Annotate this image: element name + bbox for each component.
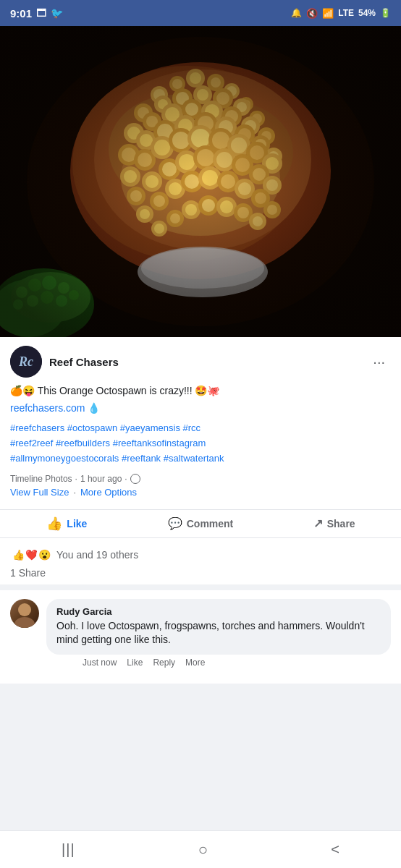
comment-bubble: Rudy Garcia Ooh. I love Octospawn, frogs… bbox=[46, 599, 391, 655]
svg-point-152 bbox=[14, 617, 35, 628]
comment-item: Rudy Garcia Ooh. I love Octospawn, frogs… bbox=[10, 599, 391, 668]
separator-dot2: · bbox=[124, 474, 127, 484]
hashtag-reefbuilders[interactable]: #reefbuilders bbox=[56, 438, 110, 448]
action-bar: 👍 Like 💬 Comment ↗ Share bbox=[0, 509, 401, 538]
wifi-icon: 📶 bbox=[322, 8, 334, 19]
comment-icon: 💬 bbox=[168, 518, 182, 529]
comment-timestamp: Just now bbox=[83, 658, 117, 668]
post-meta: Reef Chasers bbox=[49, 356, 360, 368]
svg-rect-150 bbox=[0, 26, 401, 337]
more-options-header[interactable]: ··· bbox=[367, 351, 391, 373]
post-hashtags: #reefchasers #octospawn #yaeyamensis #rc… bbox=[10, 421, 391, 466]
commenter-avatar[interactable] bbox=[10, 599, 39, 628]
post-header: Rc Reef Chasers ··· bbox=[0, 337, 401, 383]
reactions-row: 👍 ❤️ 😮 You and 19 others bbox=[0, 542, 401, 566]
share-icon: ↗ bbox=[313, 518, 323, 529]
svg-point-151 bbox=[18, 603, 31, 616]
comment-author[interactable]: Rudy Garcia bbox=[56, 606, 381, 617]
post-content: 🍊😝 This Orange Octospawn is crazy!!! 🤩🐙 … bbox=[0, 383, 401, 505]
reaction-emojis: 👍 ❤️ 😮 bbox=[10, 547, 52, 563]
share-button[interactable]: ↗ Share bbox=[267, 511, 401, 536]
like-button[interactable]: 👍 Like bbox=[0, 511, 134, 536]
post-source: Timeline Photos · 1 hour ago · bbox=[10, 474, 391, 484]
hashtag-octospawn[interactable]: #octospawn bbox=[67, 422, 117, 433]
globe-icon bbox=[130, 474, 140, 484]
post-link[interactable]: reefchasers.com 💧 bbox=[10, 402, 391, 414]
meta-separator: · bbox=[73, 487, 76, 498]
reactions-count-text: You and 19 others bbox=[56, 549, 138, 561]
comment-like-button[interactable]: Like bbox=[127, 658, 143, 668]
comment-section: Rudy Garcia Ooh. I love Octospawn, frogs… bbox=[0, 590, 401, 684]
hashtag-saltwatertank[interactable]: #saltwatertank bbox=[164, 453, 224, 464]
post-card: Rc Reef Chasers ··· 🍊😝 This Orange Octos… bbox=[0, 337, 401, 584]
nav-back-icon[interactable]: < bbox=[331, 841, 339, 858]
nav-home-icon[interactable]: ○ bbox=[198, 841, 208, 859]
comment-text: Ooh. I love Octospawn, frogspawns, torch… bbox=[56, 619, 381, 647]
comment-actions: Just now Like Reply More bbox=[46, 658, 391, 668]
twitter-icon: 🐦 bbox=[51, 7, 63, 19]
bottom-nav: ||| ○ < bbox=[0, 830, 401, 868]
hashtag-reeftank[interactable]: #reeftank bbox=[122, 453, 161, 464]
shares-count: 1 Share bbox=[10, 567, 46, 579]
hashtag-allmymoney[interactable]: #allmymoneygoestocorals bbox=[10, 453, 119, 464]
view-full-size-link[interactable]: View Full Size bbox=[10, 487, 69, 498]
share-label: Share bbox=[327, 518, 355, 529]
poster-avatar[interactable]: Rc bbox=[10, 346, 42, 378]
shares-row: 1 Share bbox=[0, 566, 401, 584]
comment-reply-button[interactable]: Reply bbox=[153, 658, 175, 668]
status-bar: 9:01 🗔 🐦 🔔 🔇 📶 LTE 54% 🔋 bbox=[0, 0, 401, 26]
signal-icon: LTE bbox=[338, 8, 354, 18]
post-text: 🍊😝 This Orange Octospawn is crazy!!! 🤩🐙 bbox=[10, 383, 391, 398]
alarm-icon: 🔔 bbox=[291, 8, 302, 18]
reactions-count[interactable]: You and 19 others bbox=[56, 549, 138, 561]
like-icon: 👍 bbox=[46, 517, 62, 530]
hero-image bbox=[0, 26, 401, 337]
hashtag-rcc[interactable]: #rcc bbox=[183, 422, 201, 433]
hashtag-reef2reef[interactable]: #reef2reef bbox=[10, 438, 53, 448]
separator-dot: · bbox=[75, 474, 77, 484]
like-label: Like bbox=[67, 518, 87, 529]
nav-menu-icon[interactable]: ||| bbox=[62, 841, 75, 858]
battery-text: 54% bbox=[358, 8, 376, 18]
post-actions-meta: View Full Size · More Options bbox=[10, 487, 391, 498]
avatar-initials: Rc bbox=[19, 354, 33, 370]
mute-icon: 🔇 bbox=[306, 8, 318, 19]
post-timestamp: 1 hour ago bbox=[80, 474, 122, 484]
source-text: Timeline Photos bbox=[10, 474, 72, 484]
hashtag-reeftanksofinstagram[interactable]: #reeftanksofinstagram bbox=[113, 438, 206, 448]
notification-icon: 🗔 bbox=[36, 7, 46, 19]
more-options-link[interactable]: More Options bbox=[80, 487, 137, 498]
comment-label: Comment bbox=[187, 518, 234, 529]
reaction-wow-emoji: 😮 bbox=[36, 547, 52, 563]
comment-button[interactable]: 💬 Comment bbox=[134, 511, 268, 536]
poster-name[interactable]: Reef Chasers bbox=[49, 356, 360, 368]
hashtag-yaeyamensis[interactable]: #yaeyamensis bbox=[120, 422, 180, 433]
comment-more-button[interactable]: More bbox=[185, 658, 205, 668]
status-time: 9:01 bbox=[10, 7, 32, 20]
battery-icon: 🔋 bbox=[380, 8, 391, 18]
hashtag-reefchasers[interactable]: #reefchasers bbox=[10, 422, 64, 433]
